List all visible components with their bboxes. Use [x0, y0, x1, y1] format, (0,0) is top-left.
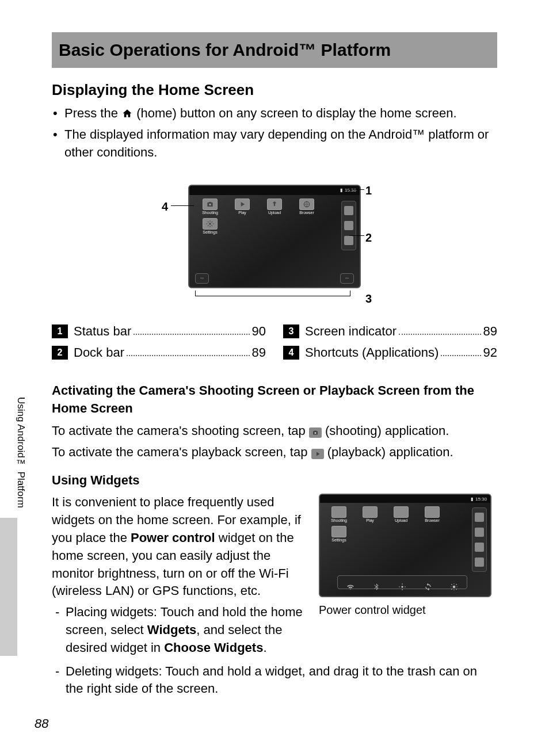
legend-row-3: 3 Screen indicator 89: [283, 323, 497, 341]
svg-point-2: [209, 223, 211, 225]
para-playback: To activate the camera's playback screen…: [52, 444, 497, 461]
upload-icon: [394, 506, 409, 518]
bullet-home-press: Press the (home) button on any screen to…: [64, 105, 497, 124]
bullet-variation: The displayed information may vary depen…: [64, 126, 497, 162]
play-icon: [363, 506, 378, 518]
callout-line: [348, 189, 364, 190]
play-icon: [311, 449, 324, 459]
dock-item-icon: [344, 206, 353, 215]
page-title: Basic Operations for Android™ Platform: [52, 32, 497, 68]
legend-page: 89: [483, 323, 497, 341]
svg-point-5: [452, 586, 455, 589]
battery-icon: ▮: [340, 187, 342, 193]
device-frame: ▮ 15:30 Shooting Play Upload Br: [188, 185, 361, 288]
gps-icon: [398, 578, 406, 586]
callout-1: 1: [365, 182, 372, 198]
text: To activate the camera's playback screen…: [52, 445, 311, 459]
sync-icon: [424, 578, 432, 586]
app-label: Upload: [268, 210, 281, 216]
legend-number: 3: [283, 324, 299, 338]
section-heading-home: Displaying the Home Screen: [52, 79, 497, 100]
callout-3: 3: [365, 291, 372, 307]
gear-icon: [331, 526, 346, 537]
app-settings: Settings: [325, 526, 353, 543]
dock-item-icon: [344, 236, 353, 245]
upload-icon: [267, 198, 282, 210]
callout-4: 4: [162, 198, 168, 215]
app-label: Browser: [425, 518, 440, 524]
globe-icon: [299, 198, 314, 210]
app-upload: Upload: [387, 506, 415, 524]
legend-dots: [127, 349, 249, 356]
app-browser: Browser: [418, 506, 447, 524]
wifi-icon: [346, 578, 354, 586]
app-label: Settings: [203, 230, 217, 235]
app-settings: Settings: [195, 218, 225, 235]
status-time: 15:30: [475, 496, 487, 502]
legend-dots: [441, 349, 481, 356]
legend-number: 1: [52, 324, 68, 338]
app-label: Upload: [395, 518, 407, 524]
brightness-icon: [450, 578, 458, 586]
app-browser: Browser: [292, 198, 322, 216]
app-play: Play: [356, 506, 384, 524]
legend-row-4: 4 Shortcuts (Applications) 92: [283, 344, 497, 362]
callout-line: [349, 235, 364, 236]
legend-page: 92: [483, 344, 497, 362]
svg-point-4: [401, 586, 403, 589]
shortcut-grid: Shooting Play Upload Browser Settings: [195, 198, 322, 235]
power-control-widget: [337, 575, 467, 589]
legend: 1 Status bar 90 2 Dock bar 89 3 Screen i…: [52, 323, 497, 365]
app-label: Play: [366, 518, 374, 524]
widget-device-frame: ▮ 15:30 Shooting Play Upload Browser Set…: [319, 494, 491, 597]
callout-line: [171, 205, 194, 206]
bullet1-text-b: (home) button on any screen to display t…: [136, 106, 456, 120]
widget-caption: Power control widget: [319, 602, 497, 618]
callout-bracket: [195, 291, 350, 296]
dock-bar: [341, 201, 356, 250]
legend-dots: [134, 328, 249, 335]
bullet1-text-a: Press the: [64, 106, 121, 120]
legend-label: Dock bar: [74, 344, 124, 362]
home-bullet-list: Press the (home) button on any screen to…: [52, 105, 497, 161]
status-bar: ▮ 15:30: [189, 186, 360, 195]
app-label: Settings: [331, 537, 346, 543]
globe-icon: [425, 506, 440, 518]
text: To activate the camera's shooting screen…: [52, 423, 309, 438]
section-heading-activating: Activating the Camera's Shooting Screen …: [52, 382, 497, 418]
status-bar: ▮ 15:30: [320, 495, 490, 503]
gear-icon: [203, 218, 218, 230]
dash-item-placing: Placing widgets: Touch and hold the home…: [66, 604, 307, 656]
battery-icon: ▮: [471, 496, 473, 502]
camera-icon: [203, 198, 218, 210]
widgets-dash-list-cont: Deleting widgets: Touch and hold a widge…: [52, 663, 497, 698]
app-label: Shooting: [331, 518, 347, 524]
svg-point-3: [314, 432, 316, 434]
dock-item-icon: [475, 513, 484, 522]
app-upload: Upload: [260, 198, 289, 216]
legend-number: 4: [283, 346, 299, 360]
text: (shooting) application.: [325, 423, 449, 438]
callout-2: 2: [365, 230, 372, 246]
camera-icon: [309, 427, 322, 438]
svg-point-0: [209, 204, 211, 206]
bluetooth-icon: [372, 578, 380, 586]
app-label: Browser: [299, 210, 314, 216]
dock-item-icon: [475, 543, 484, 552]
bold-text: Choose Widgets: [164, 640, 263, 655]
para-shooting: To activate the camera's shooting screen…: [52, 422, 497, 440]
play-icon: [235, 198, 250, 210]
dock-bar: [472, 507, 487, 572]
dock-grid-icon: [344, 221, 353, 230]
legend-row-1: 1 Status bar 90: [52, 323, 266, 341]
legend-page: 90: [252, 323, 266, 341]
app-play: Play: [227, 198, 257, 216]
app-label: Shooting: [202, 210, 218, 216]
bold-text: Widgets: [147, 623, 196, 637]
legend-dots: [399, 328, 481, 335]
app-shooting: Shooting: [195, 198, 225, 216]
dash-item-deleting: Deleting widgets: Touch and hold a widge…: [66, 663, 497, 698]
widgets-dash-list: Placing widgets: Touch and hold the home…: [52, 604, 307, 656]
section-heading-widgets: Using Widgets: [52, 472, 497, 490]
dock-grid-icon: [475, 528, 484, 537]
